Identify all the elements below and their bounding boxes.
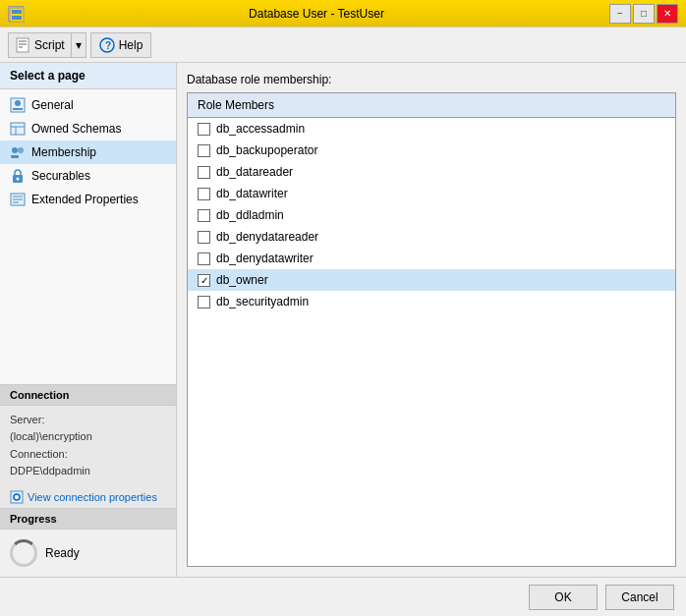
role-checkbox[interactable] — [198, 209, 210, 222]
minimize-button[interactable]: − — [609, 4, 631, 24]
role-members-list: db_accessadmindb_backupoperatordb_datare… — [188, 118, 675, 312]
help-icon: ? — [99, 37, 115, 53]
progress-section: Progress Ready — [0, 508, 176, 577]
svg-rect-17 — [11, 155, 19, 158]
role-members-header: Role Members — [188, 93, 675, 118]
progress-header: Progress — [0, 509, 176, 530]
role-item[interactable]: db_accessadmin — [188, 118, 675, 140]
view-connection-properties-link[interactable]: View connection properties — [0, 486, 176, 508]
role-name: db_backupoperator — [216, 143, 317, 157]
sidebar-item-owned-schemas[interactable]: Owned Schemas — [0, 117, 176, 140]
role-checkbox[interactable] — [198, 296, 210, 308]
sidebar-item-label: Owned Schemas — [31, 122, 121, 136]
role-name: db_securityadmin — [216, 295, 309, 308]
extended-properties-icon — [10, 192, 26, 207]
role-item[interactable]: db_denydatareader — [188, 226, 675, 248]
securables-icon — [10, 168, 26, 184]
script-dropdown[interactable]: Script ▾ — [8, 32, 86, 58]
svg-rect-24 — [11, 491, 23, 503]
server-value: (local)\encryption — [10, 428, 166, 446]
connection-link-label: View connection properties — [28, 491, 157, 503]
right-panel: Database role membership: Role Members d… — [177, 63, 686, 577]
role-item[interactable]: db_ddladmin — [188, 204, 675, 226]
sidebar-item-label: Membership — [31, 145, 96, 159]
role-name: db_owner — [216, 273, 268, 287]
toolbar: Script ▾ ? Help — [0, 28, 686, 63]
svg-rect-11 — [13, 108, 23, 110]
sidebar-item-general[interactable]: General — [0, 93, 176, 117]
server-label: Server: — [10, 412, 166, 429]
help-label: Help — [119, 38, 143, 52]
role-name: db_denydatawriter — [216, 252, 314, 265]
role-checkbox[interactable] — [198, 188, 210, 200]
role-item[interactable]: db_securityadmin — [188, 291, 675, 312]
role-name: db_accessadmin — [216, 122, 305, 136]
connection-value: DDPE\ddpadmin — [10, 463, 166, 480]
nav-items: General Owned Schemas — [0, 89, 176, 384]
ok-button[interactable]: OK — [529, 585, 598, 610]
progress-spinner — [10, 539, 37, 567]
role-checkbox[interactable] — [198, 231, 210, 244]
progress-content: Ready — [0, 530, 176, 577]
sidebar-item-label: Extended Properties — [31, 193, 139, 206]
connection-label: Connection: — [10, 446, 166, 464]
role-item[interactable]: db_denydatawriter — [188, 248, 675, 269]
progress-status: Ready — [45, 546, 80, 560]
sidebar-item-label: Securables — [31, 169, 90, 183]
content-area: Select a page General O — [0, 63, 686, 577]
script-dropdown-arrow[interactable]: ▾ — [71, 32, 86, 58]
main-window: Script ▾ ? Help Select a page — [0, 28, 686, 616]
role-name: db_ddladmin — [216, 208, 284, 222]
footer: OK Cancel — [0, 577, 686, 616]
sidebar-item-label: General — [31, 98, 74, 112]
role-checkbox[interactable] — [198, 123, 210, 136]
dropdown-arrow-icon: ▾ — [76, 38, 82, 52]
script-button[interactable]: Script — [8, 32, 71, 58]
membership-icon — [10, 144, 26, 160]
role-name: db_denydatareader — [216, 230, 318, 244]
role-members-container: Role Members db_accessadmindb_backupoper… — [187, 92, 676, 567]
link-icon — [10, 490, 24, 504]
svg-point-19 — [17, 178, 20, 181]
sidebar-item-securables[interactable]: Securables — [0, 164, 176, 188]
svg-point-10 — [15, 100, 21, 106]
connection-info: Server: (local)\encryption Connection: D… — [0, 406, 176, 486]
titlebar-buttons: − □ ✕ — [609, 4, 678, 24]
svg-text:?: ? — [105, 40, 111, 51]
role-item[interactable]: db_datawriter — [188, 183, 675, 204]
owned-schemas-icon — [10, 121, 26, 137]
role-item[interactable]: db_backupoperator — [188, 140, 675, 161]
sidebar-item-extended-properties[interactable]: Extended Properties — [0, 188, 176, 211]
help-button[interactable]: ? Help — [90, 32, 152, 58]
svg-rect-2 — [12, 16, 22, 20]
sidebar-item-membership[interactable]: Membership — [0, 140, 176, 164]
titlebar: Database User - TestUser − □ ✕ — [0, 0, 686, 28]
general-icon — [10, 97, 26, 113]
select-page-header: Select a page — [0, 63, 176, 89]
role-checkbox[interactable] — [198, 166, 210, 179]
role-item[interactable]: db_owner — [188, 269, 675, 291]
script-icon — [15, 37, 30, 53]
section-label: Database role membership: — [187, 73, 676, 86]
svg-rect-3 — [17, 38, 29, 52]
connection-header: Connection — [0, 385, 176, 406]
script-label: Script — [34, 38, 65, 52]
role-checkbox[interactable] — [198, 144, 210, 157]
role-name: db_datareader — [216, 165, 293, 179]
svg-point-16 — [18, 147, 24, 153]
left-panel: Select a page General O — [0, 63, 177, 577]
cancel-button[interactable]: Cancel — [605, 585, 674, 610]
window-title: Database User - TestUser — [24, 7, 609, 21]
svg-rect-12 — [11, 123, 25, 135]
role-name: db_datawriter — [216, 187, 288, 200]
role-checkbox[interactable] — [198, 252, 210, 265]
close-button[interactable]: ✕ — [657, 4, 678, 24]
svg-rect-1 — [12, 10, 22, 14]
maximize-button[interactable]: □ — [633, 4, 655, 24]
app-icon — [8, 6, 24, 22]
role-item[interactable]: db_datareader — [188, 161, 675, 183]
connection-section: Connection Server: (local)\encryption Co… — [0, 384, 176, 508]
svg-point-15 — [12, 147, 18, 153]
role-checkbox[interactable] — [198, 274, 210, 287]
